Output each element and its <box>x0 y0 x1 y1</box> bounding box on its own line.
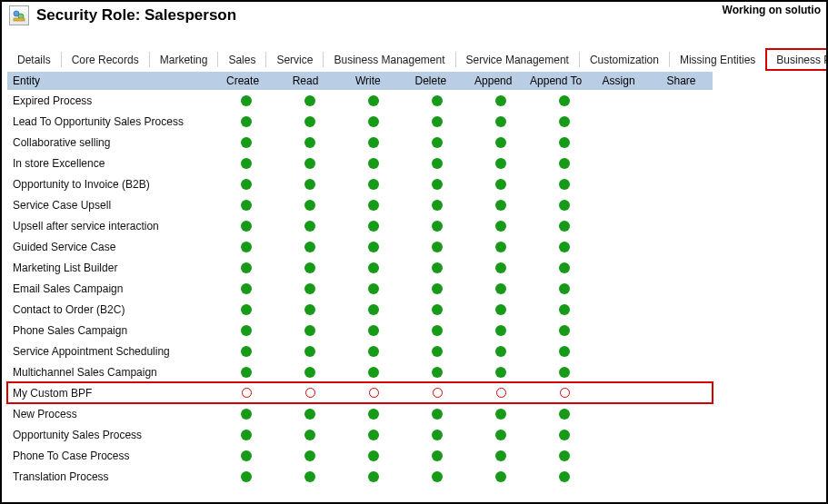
privilege-cell[interactable] <box>214 471 278 482</box>
privilege-cell[interactable] <box>405 179 469 190</box>
entity-name[interactable]: Service Case Upsell <box>13 199 214 212</box>
privilege-cell[interactable] <box>342 116 405 127</box>
privilege-cell[interactable] <box>278 325 342 336</box>
privilege-cell[interactable] <box>214 137 278 148</box>
privilege-cell[interactable] <box>405 346 469 357</box>
column-header-entity[interactable]: Entity <box>13 74 212 87</box>
privilege-cell[interactable] <box>469 325 533 336</box>
entity-name[interactable]: Upsell after service interaction <box>13 220 214 232</box>
entity-name[interactable]: My Custom BPF <box>13 387 214 400</box>
tab-service[interactable]: Service <box>266 49 323 70</box>
privilege-cell[interactable] <box>342 367 405 378</box>
privilege-cell[interactable] <box>469 471 533 482</box>
privilege-cell[interactable] <box>469 158 533 169</box>
privilege-cell[interactable] <box>278 137 342 148</box>
privilege-cell[interactable] <box>278 450 342 461</box>
privilege-cell[interactable] <box>214 262 278 273</box>
privilege-cell[interactable] <box>469 137 533 148</box>
entity-name[interactable]: Guided Service Case <box>13 241 214 253</box>
privilege-cell[interactable] <box>405 450 469 461</box>
privilege-cell[interactable] <box>533 242 596 252</box>
tab-marketing[interactable]: Marketing <box>150 49 218 70</box>
privilege-cell[interactable] <box>278 200 342 211</box>
privilege-cell[interactable] <box>469 116 533 127</box>
privilege-cell[interactable] <box>405 95 469 106</box>
privilege-cell[interactable] <box>533 179 596 190</box>
privilege-cell[interactable] <box>214 200 278 211</box>
privilege-cell[interactable] <box>214 179 278 190</box>
privilege-cell[interactable] <box>342 283 405 294</box>
entity-name[interactable]: Expired Process <box>13 94 214 107</box>
privilege-cell[interactable] <box>405 242 469 252</box>
column-header-write[interactable]: Write <box>336 74 399 87</box>
column-header-assign[interactable]: Assign <box>587 74 650 87</box>
privilege-cell[interactable] <box>469 367 533 378</box>
privilege-cell[interactable] <box>533 430 596 440</box>
privilege-cell[interactable] <box>278 346 342 357</box>
privilege-cell[interactable] <box>469 450 533 461</box>
privilege-cell[interactable] <box>214 242 278 252</box>
privilege-cell[interactable] <box>533 471 596 482</box>
entity-name[interactable]: Opportunity to Invoice (B2B) <box>13 178 214 191</box>
entity-name[interactable]: Email Sales Campaign <box>13 282 214 295</box>
column-header-append[interactable]: Append <box>462 74 524 87</box>
privilege-cell[interactable] <box>533 283 596 294</box>
privilege-cell[interactable] <box>533 450 596 461</box>
privilege-cell[interactable] <box>214 283 278 294</box>
tab-business-process-flows[interactable]: Business Process Flows <box>766 49 828 70</box>
privilege-cell[interactable] <box>278 388 342 398</box>
privilege-cell[interactable] <box>278 367 342 378</box>
privilege-cell[interactable] <box>533 325 596 336</box>
privilege-cell[interactable] <box>278 409 342 420</box>
privilege-cell[interactable] <box>405 158 469 169</box>
tab-customization[interactable]: Customization <box>580 49 669 70</box>
privilege-cell[interactable] <box>533 304 596 315</box>
privilege-cell[interactable] <box>214 95 278 106</box>
privilege-cell[interactable] <box>278 430 342 440</box>
privilege-cell[interactable] <box>469 95 533 106</box>
entity-name[interactable]: Opportunity Sales Process <box>13 429 214 441</box>
privilege-cell[interactable] <box>533 409 596 420</box>
tab-service-management[interactable]: Service Management <box>456 49 579 70</box>
entity-name[interactable]: Translation Process <box>13 470 214 483</box>
privilege-cell[interactable] <box>469 262 533 273</box>
privilege-cell[interactable] <box>469 200 533 211</box>
privilege-cell[interactable] <box>533 95 596 106</box>
privilege-cell[interactable] <box>278 283 342 294</box>
privilege-cell[interactable] <box>342 409 405 420</box>
privilege-cell[interactable] <box>342 346 405 357</box>
privilege-cell[interactable] <box>405 283 469 294</box>
privilege-cell[interactable] <box>214 450 278 461</box>
privilege-cell[interactable] <box>405 388 469 398</box>
privilege-cell[interactable] <box>405 262 469 273</box>
privilege-cell[interactable] <box>469 283 533 294</box>
privilege-cell[interactable] <box>533 116 596 127</box>
privilege-cell[interactable] <box>278 221 342 232</box>
privilege-cell[interactable] <box>214 221 278 232</box>
privilege-cell[interactable] <box>342 179 405 190</box>
privilege-cell[interactable] <box>533 367 596 378</box>
privilege-cell[interactable] <box>405 430 469 440</box>
entity-name[interactable]: Multichannel Sales Campaign <box>13 366 214 379</box>
privilege-cell[interactable] <box>214 346 278 357</box>
privilege-cell[interactable] <box>469 304 533 315</box>
privilege-cell[interactable] <box>533 262 596 273</box>
privilege-cell[interactable] <box>214 304 278 315</box>
privilege-cell[interactable] <box>469 242 533 252</box>
privilege-cell[interactable] <box>469 388 533 398</box>
privilege-cell[interactable] <box>278 116 342 127</box>
entity-name[interactable]: Marketing List Builder <box>13 262 214 274</box>
privilege-cell[interactable] <box>405 325 469 336</box>
column-header-read[interactable]: Read <box>274 74 337 87</box>
privilege-cell[interactable] <box>469 179 533 190</box>
privilege-cell[interactable] <box>342 95 405 106</box>
privilege-cell[interactable] <box>469 346 533 357</box>
privilege-cell[interactable] <box>405 221 469 232</box>
column-header-create[interactable]: Create <box>212 74 274 87</box>
privilege-cell[interactable] <box>278 262 342 273</box>
privilege-cell[interactable] <box>533 200 596 211</box>
privilege-cell[interactable] <box>214 367 278 378</box>
privilege-cell[interactable] <box>278 158 342 169</box>
privilege-cell[interactable] <box>469 409 533 420</box>
privilege-cell[interactable] <box>342 304 405 315</box>
